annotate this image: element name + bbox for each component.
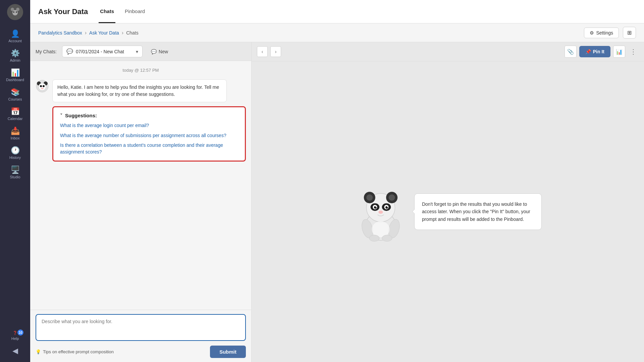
chevron-down-icon: ˅ <box>60 113 62 118</box>
my-chats-label: My Chats: <box>36 49 57 54</box>
gear-icon: ⚙ <box>590 30 594 36</box>
right-toolbar: ‹ › 📎 📌 Pin It 📊 ⋮ <box>252 42 644 61</box>
settings-button[interactable]: ⚙ Settings <box>584 27 619 38</box>
chevron-right-icon: › <box>275 49 277 54</box>
nav-forward-button[interactable]: › <box>270 46 281 57</box>
chat-layout: My Chats: 💬 07/01/2024 - New Chat ▾ 💬 Ne… <box>30 42 644 362</box>
sidebar-item-label: Courses <box>8 97 22 101</box>
clip-button[interactable]: 📎 <box>565 46 577 58</box>
top-nav: Ask Your Data Chats Pinboard <box>30 0 644 23</box>
collapse-icon: ◀ <box>12 347 18 355</box>
grid-view-button[interactable]: ⊞ <box>623 27 636 39</box>
calendar-icon: 📅 <box>11 108 20 115</box>
chat-toolbar: My Chats: 💬 07/01/2024 - New Chat ▾ 💬 Ne… <box>30 42 251 61</box>
tab-chats[interactable]: Chats <box>99 0 115 23</box>
history-icon: 🕐 <box>11 147 20 154</box>
nav-back-button[interactable]: ‹ <box>257 46 268 57</box>
tab-pinboard[interactable]: Pinboard <box>123 0 146 23</box>
tips-link[interactable]: 💡 Tips on effective prompt composition <box>36 349 114 354</box>
pin-it-button[interactable]: 📌 Pin It <box>579 46 610 57</box>
sidebar-item-label: History <box>9 156 21 160</box>
sidebar-collapse-button[interactable]: ◀ <box>0 344 30 358</box>
svg-point-18 <box>389 194 395 200</box>
suggestion-link-1[interactable]: What is the average login count per emai… <box>60 122 238 129</box>
sidebar-item-help[interactable]: 10 ❓ Help <box>0 327 30 344</box>
svg-point-30 <box>372 221 389 237</box>
grid-icon: ⊞ <box>627 30 632 36</box>
bot-message-bubble: Hello, Katie. I am here to help you find… <box>52 79 227 102</box>
bot-message-text: Hello, Katie. I am here to help you find… <box>57 84 219 97</box>
new-chat-icon: 💬 <box>151 49 157 54</box>
dashboard-icon: 📊 <box>11 69 20 76</box>
sidebar-item-label: Dashboard <box>6 78 24 82</box>
breadcrumb-bar: Pandalytics Sandbox › Ask Your Data › Ch… <box>30 23 644 42</box>
selected-chat-label: 07/01/2024 - New Chat <box>76 49 124 54</box>
sidebar: 👤 Account ⚙️ Admin 📊 Dashboard 📚 Courses… <box>0 0 30 362</box>
new-chat-button[interactable]: 💬 New <box>147 46 172 57</box>
svg-point-27 <box>378 210 383 214</box>
tips-label: Tips on effective prompt composition <box>43 349 114 354</box>
panda-mascot <box>354 182 408 242</box>
svg-point-11 <box>43 85 45 87</box>
svg-point-5 <box>16 11 17 13</box>
svg-point-26 <box>387 206 388 207</box>
breadcrumb-item-chats: Chats <box>126 30 139 36</box>
sidebar-item-calendar[interactable]: 📅 Calendar <box>0 105 30 124</box>
chat-messages: today @ 12:57 PM <box>30 61 251 310</box>
suggestion-link-3[interactable]: Is there a correlation between a student… <box>60 142 238 155</box>
studio-icon: 🖥️ <box>11 166 20 174</box>
sidebar-item-dashboard[interactable]: 📊 Dashboard <box>0 66 30 85</box>
svg-point-12 <box>41 88 44 89</box>
nav-tabs: Chats Pinboard <box>99 0 146 23</box>
panda-mascot-area: Don't forget to pin the results that you… <box>354 182 542 242</box>
ellipsis-icon: ⋮ <box>630 48 637 56</box>
bot-message-row: Hello, Katie. I am here to help you find… <box>36 79 246 102</box>
breadcrumb-item-ask[interactable]: Ask Your Data <box>89 30 119 36</box>
breadcrumb-sep-1: › <box>85 30 87 36</box>
sidebar-item-history[interactable]: 🕐 History <box>0 143 30 163</box>
paperclip-icon: 📎 <box>567 49 574 55</box>
sidebar-item-label: Account <box>8 39 22 43</box>
chevron-down-icon: ▾ <box>136 49 138 54</box>
chat-input[interactable] <box>36 314 246 341</box>
chat-input-footer: 💡 Tips on effective prompt composition S… <box>36 346 246 358</box>
pin-it-label: Pin It <box>593 49 604 54</box>
help-icon: ❓ <box>13 331 17 335</box>
svg-point-32 <box>382 235 392 241</box>
settings-label: Settings <box>596 30 613 36</box>
breadcrumb: Pandalytics Sandbox › Ask Your Data › Ch… <box>38 30 139 36</box>
chat-selector-dropdown[interactable]: 💬 07/01/2024 - New Chat ▾ <box>62 46 143 57</box>
sidebar-item-label: Inbox <box>11 136 20 140</box>
right-panel: ‹ › 📎 📌 Pin It 📊 ⋮ <box>252 42 644 362</box>
chat-timestamp: today @ 12:57 PM <box>36 68 246 73</box>
admin-icon: ⚙️ <box>11 50 20 57</box>
breadcrumb-item-sandbox[interactable]: Pandalytics Sandbox <box>38 30 82 36</box>
breadcrumb-sep-2: › <box>122 30 123 36</box>
suggestion-link-2[interactable]: What is the average number of submission… <box>60 132 238 139</box>
new-chat-label: New <box>159 49 168 54</box>
help-badge: 10 <box>17 329 23 336</box>
bar-chart-icon: 📊 <box>616 49 623 55</box>
suggestions-title: Suggestions: <box>65 113 97 118</box>
svg-point-3 <box>12 10 18 15</box>
account-icon: 👤 <box>11 30 20 38</box>
sidebar-item-admin[interactable]: ⚙️ Admin <box>0 46 30 66</box>
submit-button[interactable]: Submit <box>210 346 246 358</box>
sidebar-item-inbox[interactable]: 📥 Inbox <box>0 124 30 143</box>
sidebar-item-courses[interactable]: 📚 Courses <box>0 85 30 105</box>
sidebar-item-label: Help <box>11 337 19 341</box>
speech-bubble-text: Don't forget to pin the results that you… <box>422 201 530 222</box>
svg-point-31 <box>369 235 379 241</box>
sidebar-item-studio[interactable]: 🖥️ Studio <box>0 163 30 182</box>
pin-icon: 📌 <box>585 49 591 54</box>
app-title: Ask Your Data <box>38 7 88 16</box>
svg-point-17 <box>366 194 373 200</box>
panda-avatar <box>36 79 49 93</box>
sidebar-item-account[interactable]: 👤 Account <box>0 27 30 46</box>
more-options-button[interactable]: ⋮ <box>628 46 639 57</box>
sidebar-item-label: Calendar <box>8 117 23 121</box>
chart-button[interactable]: 📊 <box>613 46 625 58</box>
suggestions-header: ˅ Suggestions: <box>60 113 238 118</box>
app-logo <box>7 4 23 20</box>
right-content-area: Don't forget to pin the results that you… <box>252 61 644 362</box>
